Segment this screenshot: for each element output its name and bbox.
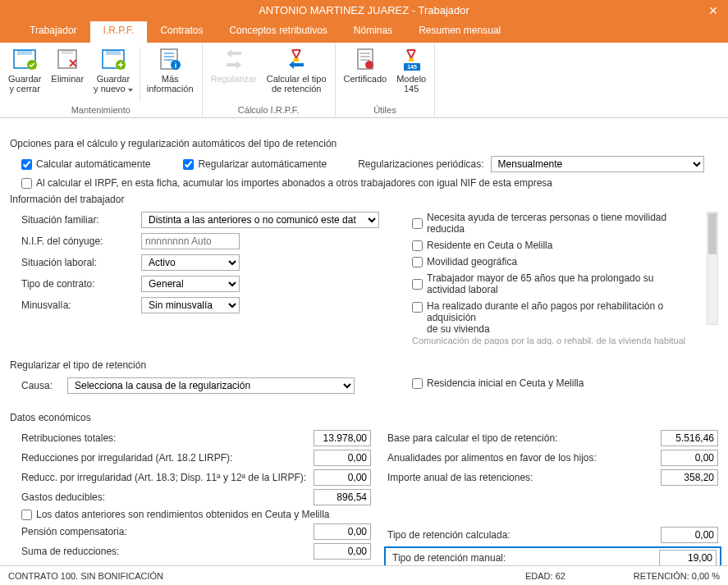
gastos-input[interactable] [314, 489, 371, 505]
ribbon-group-label: Útiles [373, 105, 396, 117]
status-left: CONTRATO 100. SIN BONIFICACIÓN [8, 571, 163, 581]
tab-strip: Trabajador I.R.P.F. Contratos Conceptos … [0, 21, 728, 43]
opciones-heading: Opciones para el cálculo y regularizació… [10, 138, 718, 149]
svg-rect-20 [409, 58, 414, 62]
btn-text: información [147, 84, 194, 94]
red-irreg2-label: Reducc. por irregularidad (Art. 18.3; Di… [10, 472, 314, 483]
eliminar-button[interactable]: Eliminar [46, 44, 89, 95]
ribbon-group-utiles: Certificado 145 Modelo145 Útiles [336, 43, 436, 117]
btn-text: de retención [272, 84, 322, 94]
chk-calc-auto[interactable]: Calcular automáticamente [21, 158, 150, 170]
save-new-icon [100, 46, 126, 72]
svg-text:145: 145 [407, 64, 417, 70]
nif-input[interactable] [141, 233, 240, 249]
base-input[interactable] [661, 430, 718, 446]
delete-icon [54, 46, 80, 72]
gastos-label: Gastos deducibles: [10, 491, 314, 503]
title-bar: ANTONIO MARTINEZ JUAREZ - Trabajador × [0, 0, 728, 21]
svg-point-19 [365, 61, 373, 69]
econ-heading: Datos económicos [10, 412, 718, 423]
guardar-cerrar-button[interactable]: Guardary cerrar [3, 44, 46, 95]
svg-text:i: i [175, 62, 177, 70]
save-close-icon [11, 46, 38, 72]
tipo-contrato-label: Tipo de contrato: [10, 278, 141, 290]
retrib-total-label: Retribuciones totales: [10, 432, 314, 444]
btn-text: Certificado [344, 74, 387, 84]
scrollbar-thumb[interactable] [708, 213, 717, 254]
calcular-icon [283, 46, 309, 72]
close-button[interactable]: × [705, 0, 721, 21]
reg-period-select[interactable]: Mensualmente [491, 156, 704, 172]
info-heading: Información del trabajador [10, 194, 718, 205]
red-irreg2-input[interactable] [314, 469, 371, 486]
nif-label: N.I.F. del cónyuge: [10, 235, 141, 247]
svg-rect-14 [294, 58, 299, 62]
imp-anual-input[interactable] [661, 469, 718, 486]
tab-contratos[interactable]: Contratos [147, 21, 216, 43]
svg-rect-4 [62, 50, 73, 54]
pension-input[interactable] [314, 523, 371, 540]
sit-fam-select[interactable]: Distinta a las anteriores o no comunicó … [141, 212, 379, 228]
tab-nominas[interactable]: Nóminas [341, 21, 405, 43]
scrollbar[interactable] [707, 212, 718, 325]
chk-res-ini[interactable]: Residencia inicial en Ceuta y Melilla [412, 377, 584, 389]
btn-text: y cerrar [10, 84, 40, 94]
minus-select[interactable]: Sin minusvalía [141, 297, 240, 313]
tipo-calc-input[interactable] [661, 527, 718, 543]
chk-acumular[interactable]: Al calcular el IRPF, en esta ficha, acum… [21, 177, 552, 189]
chevron-down-icon [128, 89, 133, 92]
btn-text: Calcular el tipo [267, 74, 327, 84]
tab-irpf[interactable]: I.R.P.F. [90, 21, 148, 43]
tipo-manual-input[interactable] [659, 550, 717, 566]
tab-conceptos[interactable]: Conceptos retributivos [216, 21, 340, 43]
modelo-145-button[interactable]: 145 Modelo145 [391, 44, 431, 95]
ribbon-group-label: Cálculo I.R.P.F. [238, 105, 299, 117]
chk-rend-ceuta[interactable]: Los datos anteriores son rendimientos ob… [21, 509, 330, 520]
retrib-total-input[interactable] [314, 430, 371, 446]
guardar-nuevo-button[interactable]: Guardary nuevo [89, 44, 138, 95]
btn-text: Regularizar [211, 74, 257, 84]
info-icon: i [157, 46, 183, 72]
regularizar-icon [221, 46, 247, 72]
red-irreg-input[interactable] [314, 450, 371, 466]
tab-resumen[interactable]: Resumen mensual [405, 21, 514, 43]
red-irreg-label: Reducciones por irregularidad (Art. 18.2… [10, 452, 314, 464]
certificado-button[interactable]: Certificado [339, 44, 392, 95]
chk-mayor65[interactable]: Trabajador mayor de 65 años que ha prolo… [412, 272, 687, 295]
certificado-icon [352, 46, 378, 72]
anual-label: Anualidades por alimentos en favor de lo… [387, 452, 661, 464]
chk-ayuda[interactable]: Necesita ayuda de terceras personas o ti… [412, 212, 687, 235]
chk-pagos[interactable]: Ha realizado durante el año pagos por re… [412, 300, 687, 335]
status-mid: EDAD: 62 [525, 571, 565, 581]
status-bar: CONTRATO 100. SIN BONIFICACIÓN EDAD: 62 … [0, 565, 728, 585]
anual-input[interactable] [661, 450, 718, 466]
btn-text: Más [162, 74, 179, 84]
sit-lab-select[interactable]: Activo [141, 254, 240, 271]
minus-label: Minusvalía: [10, 299, 141, 311]
ribbon-group-label: Mantenimiento [71, 105, 130, 117]
btn-text: Guardar [8, 74, 41, 84]
modelo-icon: 145 [398, 46, 424, 72]
ribbon: Guardary cerrar Eliminar Guardary nuevo … [0, 43, 728, 118]
calcular-tipo-button[interactable]: Calcular el tipode retención [262, 44, 332, 95]
regularizar-heading: Regularizar el tipo de retención [10, 359, 718, 371]
window-title: ANTONIO MARTINEZ JUAREZ - Trabajador [259, 4, 469, 16]
tab-trabajador[interactable]: Trabajador [16, 21, 90, 43]
mas-info-button[interactable]: i Másinformación [142, 44, 199, 95]
chk-cut-text: Comunicación de pagos por la adq. o reha… [412, 336, 685, 345]
tipo-manual-label: Tipo de retención manual: [389, 552, 659, 564]
chk-reg-auto[interactable]: Regularizar automáticamente [183, 158, 327, 170]
status-right: RETENCIÓN: 0,00 % [634, 571, 720, 581]
tipo-contrato-select[interactable]: General [141, 276, 240, 292]
chk-ceuta[interactable]: Residente en Ceuta o Melilla [412, 240, 552, 251]
btn-text: Eliminar [51, 74, 84, 84]
pension-label: Pensión compensatoria: [10, 526, 314, 537]
suma-input[interactable] [314, 543, 371, 560]
tipo-calc-label: Tipo de retención calculada: [387, 529, 661, 541]
regularizar-button: Regularizar [206, 44, 262, 95]
causa-select[interactable]: Selecciona la causa de la regularización [67, 377, 355, 394]
btn-text: 145 [404, 84, 419, 94]
svg-rect-6 [106, 50, 121, 55]
imp-anual-label: Importe anual de las retenciones: [387, 472, 661, 483]
chk-movgeo[interactable]: Movilidad geográfica [412, 256, 517, 267]
